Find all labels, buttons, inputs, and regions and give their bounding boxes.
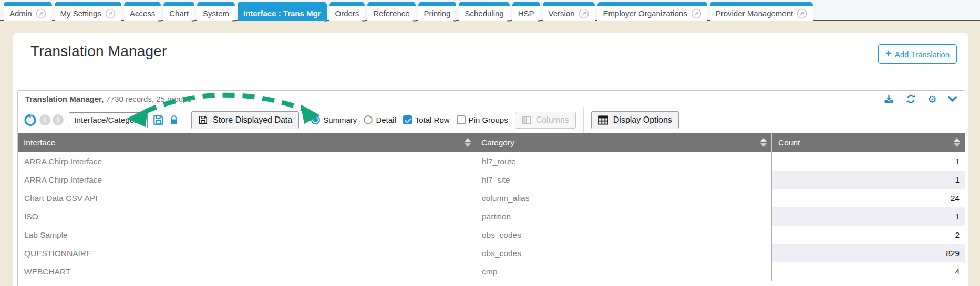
tab-interface-trans-mgr[interactable]: Interface : Trans Mgr bbox=[238, 2, 327, 21]
column-header-count[interactable]: Count bbox=[771, 133, 965, 152]
refresh-icon[interactable] bbox=[905, 93, 916, 104]
tab-access[interactable]: Access bbox=[124, 2, 161, 21]
tab-employer-organizations[interactable]: Employer Organizations bbox=[597, 2, 707, 21]
cell-category: column_alias bbox=[476, 189, 771, 207]
page-title: Translation Manager bbox=[30, 43, 167, 60]
cell-count: 4 bbox=[771, 262, 965, 281]
table-row[interactable]: ISOpartition1 bbox=[18, 207, 965, 226]
external-link-icon bbox=[691, 8, 702, 19]
pin-groups-checkbox[interactable]: Pin Groups bbox=[457, 115, 508, 124]
tab-orders[interactable]: Orders bbox=[329, 2, 365, 21]
cell-count: 1 bbox=[771, 207, 965, 226]
tab-hsp[interactable]: HSP bbox=[512, 2, 540, 21]
table-row[interactable]: QUESTIONNAIREobs_codes829 bbox=[18, 244, 965, 262]
cell-category: hl7_site bbox=[476, 171, 771, 189]
tab-label: My Settings bbox=[60, 9, 101, 18]
tab-label: Employer Organizations bbox=[603, 9, 687, 18]
tab-version[interactable]: Version bbox=[543, 2, 595, 21]
table-grid-icon bbox=[598, 115, 608, 125]
table-row[interactable]: ARRA Chirp Interfacehl7_route1 bbox=[18, 152, 965, 171]
total-row-label: Total Row bbox=[415, 115, 450, 124]
sort-icon[interactable] bbox=[465, 138, 471, 147]
lock-view-icon[interactable] bbox=[169, 114, 179, 126]
tab-admin[interactable]: Admin bbox=[4, 2, 52, 21]
tab-label: Access bbox=[130, 9, 155, 18]
cell-interface: ARRA Chirp Interface bbox=[18, 171, 476, 189]
display-options-button[interactable]: Display Options bbox=[591, 111, 679, 129]
save-icon bbox=[198, 115, 208, 125]
group-by-select[interactable]: Interface/Category bbox=[69, 112, 148, 128]
table-toolbar: Interface/Category Store Displayed Data bbox=[18, 107, 965, 133]
checkbox-icon bbox=[457, 115, 466, 124]
columns-icon bbox=[522, 115, 531, 125]
panel-summary-detail: 7730 records, 25 groups bbox=[104, 94, 191, 103]
cell-category: cmp bbox=[476, 262, 771, 281]
add-translation-label: Add Translation bbox=[895, 50, 950, 59]
next-group-icon[interactable] bbox=[53, 114, 64, 125]
total-row-checkbox[interactable]: Total Row bbox=[403, 115, 450, 124]
sort-icon[interactable] bbox=[954, 138, 960, 147]
checkbox-icon bbox=[403, 115, 412, 124]
store-displayed-data-button[interactable]: Store Displayed Data bbox=[191, 111, 299, 129]
toolbar-separator bbox=[305, 107, 305, 133]
cell-count: 2 bbox=[771, 226, 965, 244]
columns-button[interactable]: Columns bbox=[515, 112, 576, 129]
summary-radio-label: Summary bbox=[323, 115, 357, 124]
chevron-down-icon[interactable] bbox=[948, 96, 957, 102]
cell-interface: WEBCHART bbox=[18, 262, 476, 281]
panel-summary-title: Translation Manager, bbox=[25, 94, 104, 103]
tab-scheduling[interactable]: Scheduling bbox=[459, 2, 509, 21]
column-header-interface[interactable]: Interface bbox=[18, 133, 476, 152]
group-by-value: Interface/Category bbox=[74, 115, 141, 125]
previous-group-icon[interactable] bbox=[39, 114, 50, 125]
table-body: ARRA Chirp Interfacehl7_route1ARRA Chirp… bbox=[18, 152, 965, 281]
column-header-category[interactable]: Category bbox=[476, 133, 771, 152]
sort-icon[interactable] bbox=[760, 138, 767, 147]
table-row[interactable]: Chart Data CSV APIcolumn_alias24 bbox=[18, 189, 965, 207]
cell-interface: ISO bbox=[18, 207, 476, 226]
tab-reference[interactable]: Reference bbox=[367, 2, 415, 21]
tab-system[interactable]: System bbox=[197, 2, 235, 21]
table-row[interactable]: ARRA Chirp Interfacehl7_site1 bbox=[18, 171, 965, 189]
cell-category: obs_codes bbox=[476, 226, 771, 244]
radio-icon bbox=[364, 115, 373, 124]
toolbar-separator bbox=[583, 107, 584, 133]
tab-chart[interactable]: Chart bbox=[163, 2, 194, 21]
gear-icon[interactable]: ⚙ bbox=[927, 94, 937, 104]
tab-printing[interactable]: Printing bbox=[418, 2, 457, 21]
tab-label: Orders bbox=[335, 9, 359, 18]
add-translation-button[interactable]: + Add Translation bbox=[878, 44, 957, 64]
detail-radio[interactable]: Detail bbox=[364, 115, 396, 124]
main-area: Translation Manager + Add Translation Tr… bbox=[0, 22, 980, 286]
table-header-row: InterfaceCategoryCount bbox=[18, 133, 965, 152]
content-card: Translation Manager + Add Translation Tr… bbox=[13, 33, 968, 286]
tab-label: System bbox=[203, 9, 229, 18]
column-header-label: Category bbox=[481, 138, 514, 147]
external-link-icon bbox=[105, 8, 116, 19]
save-view-icon[interactable] bbox=[152, 114, 164, 126]
plus-icon: + bbox=[885, 48, 892, 59]
radio-icon bbox=[311, 115, 320, 124]
detail-radio-label: Detail bbox=[376, 115, 396, 124]
tab-label: Version bbox=[549, 9, 575, 18]
summary-radio[interactable]: Summary bbox=[311, 115, 357, 124]
panel-header-icons: ⚙ bbox=[883, 93, 957, 104]
external-link-icon bbox=[579, 8, 589, 19]
tab-label: Chart bbox=[169, 9, 189, 18]
panel-summary: Translation Manager, 7730 records, 25 gr… bbox=[25, 94, 191, 103]
cell-category: partition bbox=[476, 207, 771, 226]
table-row[interactable]: Lab Sampleobs_codes2 bbox=[18, 226, 965, 244]
columns-label: Columns bbox=[536, 115, 569, 125]
tab-provider-management[interactable]: Provider Management bbox=[710, 2, 813, 21]
table-row[interactable]: WEBCHARTcmp4 bbox=[18, 262, 965, 281]
download-icon[interactable] bbox=[883, 93, 894, 104]
undo-icon[interactable] bbox=[23, 113, 36, 126]
store-displayed-data-label: Store Displayed Data bbox=[213, 115, 292, 125]
column-header-label: Count bbox=[778, 138, 800, 147]
translation-manager-panel: Translation Manager, 7730 records, 25 gr… bbox=[17, 90, 965, 286]
cell-interface: QUESTIONNAIRE bbox=[18, 244, 476, 262]
tab-my-settings[interactable]: My Settings bbox=[55, 2, 121, 21]
cell-interface: Chart Data CSV API bbox=[18, 189, 476, 207]
external-link-icon bbox=[797, 8, 807, 19]
cell-count: 829 bbox=[771, 244, 965, 262]
